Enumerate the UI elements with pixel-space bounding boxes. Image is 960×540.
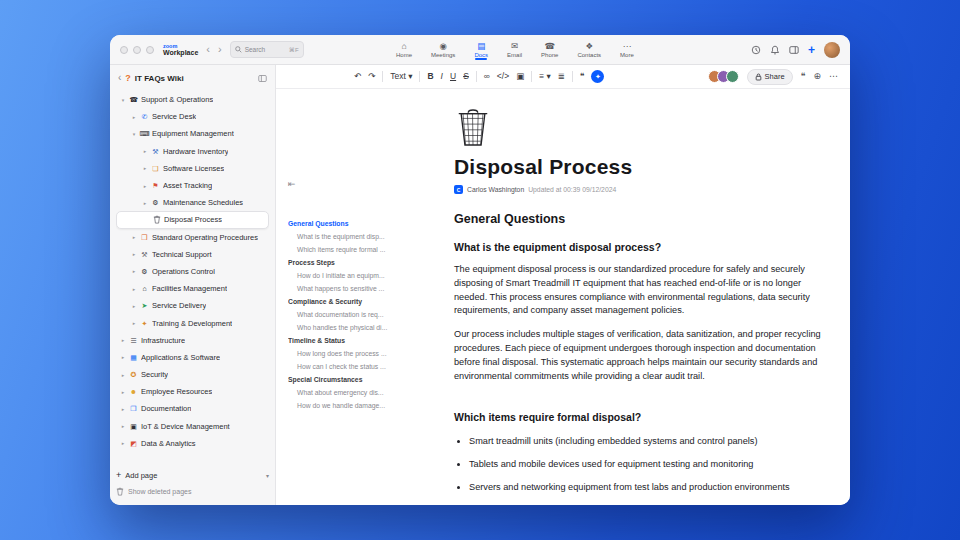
- publish-globe-icon[interactable]: ⊕: [813, 72, 821, 81]
- comment-button[interactable]: ❝: [580, 72, 585, 81]
- redo-button[interactable]: ↷: [368, 72, 375, 81]
- sidebar-item-infrastructure[interactable]: ▸☰Infrastructure: [116, 332, 269, 349]
- sidebar-item-operations-control[interactable]: ▸⚙Operations Control: [116, 263, 269, 280]
- sidebar-item-maintenance-schedules[interactable]: ▸⚙Maintenance Schedules: [116, 194, 269, 211]
- sidebar-item-hardware-inventory[interactable]: ▸⚒Hardware Inventory: [116, 143, 269, 160]
- sidebar-item-security[interactable]: ▸✪Security: [116, 366, 269, 383]
- sidebar-item-disposal-process[interactable]: Disposal Process: [116, 211, 269, 228]
- schedule-icon[interactable]: [751, 45, 761, 55]
- chevron-right-icon[interactable]: ▸: [131, 251, 137, 257]
- toc-item[interactable]: What about emergency dis...: [288, 386, 434, 399]
- back-button[interactable]: ‹: [206, 44, 210, 55]
- minimize-button[interactable]: [133, 46, 141, 54]
- chevron-right-icon[interactable]: ▸: [131, 268, 137, 274]
- ai-companion-button[interactable]: ✦: [591, 70, 604, 83]
- nav-contacts[interactable]: ❖Contacts: [574, 40, 604, 60]
- toc-item[interactable]: What documentation is req...: [288, 308, 434, 321]
- toc-item[interactable]: Which items require formal ...: [288, 243, 434, 256]
- chevron-right-icon[interactable]: ▸: [142, 148, 148, 154]
- nav-docs[interactable]: ▤Docs: [471, 40, 491, 60]
- toc-section-special-circumstances[interactable]: Special Circumstances: [288, 373, 434, 386]
- sidebar-item-standard-operating-procedures[interactable]: ▸❒Standard Operating Procedures: [116, 229, 269, 246]
- nav-home[interactable]: ⌂Home: [393, 40, 415, 60]
- list-button[interactable]: ≡ ▾: [539, 72, 551, 81]
- link-button[interactable]: ∞: [484, 72, 490, 81]
- code-button[interactable]: </>: [497, 72, 509, 81]
- more-options-icon[interactable]: ⋯: [829, 72, 838, 81]
- chevron-right-icon[interactable]: ▸: [120, 337, 126, 343]
- toc-item[interactable]: What is the equipment disp...: [288, 230, 434, 243]
- chevron-right-icon[interactable]: ▸: [120, 406, 126, 412]
- sidebar-collapse-icon[interactable]: [258, 74, 267, 83]
- sidebar-item-data-analytics[interactable]: ▸◩Data & Analytics: [116, 435, 269, 452]
- toc-item[interactable]: How long does the process ...: [288, 347, 434, 360]
- chevron-down-icon[interactable]: ▾: [120, 97, 126, 103]
- chevron-right-icon[interactable]: ▸: [120, 354, 126, 360]
- chevron-right-icon[interactable]: ▸: [120, 372, 126, 378]
- sidebar-item-support-operations[interactable]: ▾☎Support & Operations: [116, 91, 269, 108]
- chevron-right-icon[interactable]: ▸: [131, 234, 137, 240]
- image-button[interactable]: ▣: [516, 72, 524, 81]
- toc-collapse-icon[interactable]: ⇤: [288, 179, 296, 189]
- strikethrough-button[interactable]: S: [463, 72, 469, 81]
- chevron-right-icon[interactable]: ▸: [131, 114, 137, 120]
- nav-more[interactable]: ⋯More: [617, 40, 637, 60]
- align-button[interactable]: ≣: [558, 72, 565, 81]
- search-input[interactable]: Search ⌘F: [230, 41, 304, 58]
- bold-button[interactable]: B: [427, 72, 433, 81]
- add-page-button[interactable]: + Add page ▾: [116, 467, 269, 483]
- collaborator-avatar[interactable]: [726, 70, 739, 83]
- sidebar-item-facilities-management[interactable]: ▸⌂Facilities Management: [116, 280, 269, 297]
- expand-button[interactable]: [146, 46, 154, 54]
- toc-item[interactable]: How can I check the status ...: [288, 360, 434, 373]
- sidebar-item-iot-device-management[interactable]: ▸▣IoT & Device Management: [116, 418, 269, 435]
- sidebar-item-asset-tracking[interactable]: ▸⚑Asset Tracking: [116, 177, 269, 194]
- notifications-bell-icon[interactable]: [770, 45, 780, 55]
- close-button[interactable]: [120, 46, 128, 54]
- show-deleted-pages-button[interactable]: Show deleted pages: [116, 483, 269, 499]
- toc-section-process-steps[interactable]: Process Steps: [288, 256, 434, 269]
- sidebar-item-equipment-management[interactable]: ▾⌨Equipment Management: [116, 125, 269, 142]
- nav-phone[interactable]: ☎Phone: [538, 40, 561, 60]
- italic-button[interactable]: I: [441, 72, 443, 81]
- text-style-button[interactable]: Text ▾: [390, 72, 412, 81]
- doc-body[interactable]: Disposal Process C Carlos Washington Upd…: [454, 89, 836, 505]
- comments-panel-icon[interactable]: ❝: [801, 72, 806, 81]
- share-button[interactable]: Share: [747, 69, 793, 85]
- sidebar-back-chevron-icon[interactable]: ‹: [118, 73, 121, 83]
- toc-section-timeline-status[interactable]: Timeline & Status: [288, 334, 434, 347]
- panel-toggle-icon[interactable]: [789, 45, 799, 55]
- chevron-right-icon[interactable]: ▸: [120, 423, 126, 429]
- sidebar-item-software-licenses[interactable]: ▸❏Software Licenses: [116, 160, 269, 177]
- chevron-right-icon[interactable]: ▸: [131, 303, 137, 309]
- chevron-right-icon[interactable]: ▸: [142, 183, 148, 189]
- underline-button[interactable]: U: [450, 72, 456, 81]
- chevron-right-icon[interactable]: ▸: [120, 389, 126, 395]
- chevron-down-icon[interactable]: ▾: [266, 472, 269, 479]
- sidebar-item-employee-resources[interactable]: ▸☻Employee Resources: [116, 383, 269, 400]
- toc-section-general-questions[interactable]: General Questions: [288, 217, 434, 230]
- sidebar-item-service-desk[interactable]: ▸✆Service Desk: [116, 108, 269, 125]
- sidebar-item-applications-software[interactable]: ▸▦Applications & Software: [116, 349, 269, 366]
- chevron-right-icon[interactable]: ▸: [131, 320, 137, 326]
- sidebar-item-technical-support[interactable]: ▸⚒Technical Support: [116, 246, 269, 263]
- nav-email[interactable]: ✉Email: [504, 40, 525, 60]
- toc-section-compliance-security[interactable]: Compliance & Security: [288, 295, 434, 308]
- sidebar-item-documentation[interactable]: ▸❐Documentation: [116, 400, 269, 417]
- toc-item[interactable]: How do I initiate an equipm...: [288, 269, 434, 282]
- chevron-right-icon[interactable]: ▸: [142, 165, 148, 171]
- chevron-down-icon[interactable]: ▾: [131, 131, 137, 137]
- forward-button[interactable]: ›: [218, 44, 222, 55]
- new-plus-button[interactable]: +: [808, 44, 815, 56]
- chevron-right-icon[interactable]: ▸: [142, 200, 148, 206]
- sidebar-item-service-delivery[interactable]: ▸➤Service Delivery: [116, 297, 269, 314]
- toc-item[interactable]: How do we handle damage...: [288, 399, 434, 412]
- nav-meetings[interactable]: ◉Meetings: [428, 40, 458, 60]
- user-avatar[interactable]: [824, 42, 840, 58]
- chevron-right-icon[interactable]: ▸: [131, 286, 137, 292]
- toc-item[interactable]: What happens to sensitive ...: [288, 282, 434, 295]
- chevron-right-icon[interactable]: ▸: [120, 440, 126, 446]
- undo-button[interactable]: ↶: [354, 72, 361, 81]
- sidebar-item-training-development[interactable]: ▸✦Training & Development: [116, 314, 269, 331]
- toc-item[interactable]: Who handles the physical di...: [288, 321, 434, 334]
